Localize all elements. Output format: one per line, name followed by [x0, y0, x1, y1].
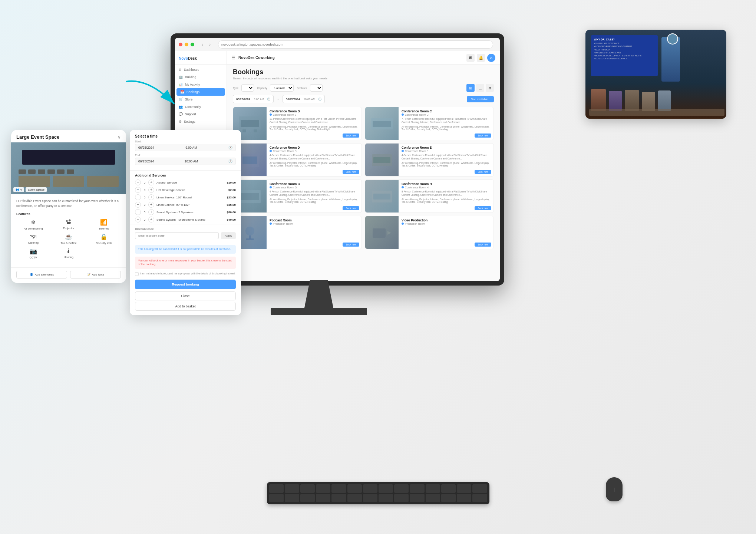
book-btn-conf-g[interactable]: Book now — [343, 206, 359, 210]
increment-sound2-btn[interactable]: + — [148, 209, 154, 215]
add-note-label: Add Note — [92, 273, 104, 276]
room-table — [87, 176, 119, 187]
decrement-mic-btn[interactable]: − — [135, 217, 141, 222]
key — [347, 494, 362, 502]
close-modal-btn[interactable]: Close — [135, 291, 236, 300]
find-available-btn[interactable]: Find available... — [467, 96, 494, 102]
book-btn-conf-h[interactable]: Book now — [475, 206, 491, 210]
book-btn-conf-d[interactable]: Book now — [343, 170, 359, 174]
room-card-podcast: Podcast Room Production Room Book now — [233, 216, 362, 249]
discount-label: Discount code — [135, 227, 236, 231]
room-name-conf-d: Conference Room D — [270, 146, 359, 149]
room-features-conf-g: Air conditioning, Projector, Internet, C… — [270, 198, 359, 203]
key — [379, 484, 393, 493]
type-select[interactable] — [241, 84, 254, 92]
forward-btn[interactable]: › — [207, 42, 213, 47]
book-btn-video[interactable]: Book now — [475, 243, 491, 247]
user-avatar[interactable]: A — [487, 54, 495, 62]
feature-heating-label: Heating — [64, 256, 73, 259]
grid-toggle-btn[interactable]: ⊞ — [466, 84, 475, 92]
audience-person-4 — [642, 92, 655, 111]
page-title: Bookings — [233, 68, 494, 76]
proposal-checkbox[interactable] — [135, 272, 139, 276]
book-btn-conf-c[interactable]: Book now — [475, 134, 491, 138]
add-attendee-btn[interactable]: 👤 Add attendees — [16, 271, 67, 278]
key — [363, 484, 377, 493]
book-btn-conf-e[interactable]: Book now — [475, 170, 491, 174]
back-btn[interactable]: ‹ — [199, 42, 205, 47]
browser-url-bar[interactable]: novodesk.arlington.spaces.novodesk.com — [218, 40, 493, 49]
decrement-beverage-btn[interactable]: − — [135, 187, 141, 193]
traffic-light-red[interactable] — [179, 43, 182, 46]
service-row-mic: − 0 + Sound System - Microphone & Stand … — [135, 217, 236, 222]
room-type-conf-h: Conference Room H — [402, 186, 491, 189]
capacity-select[interactable]: 1 or more — [270, 84, 294, 92]
service-counter-mic: − 0 + — [135, 217, 154, 222]
key — [285, 484, 299, 493]
sidebar-item-dashboard[interactable]: ⊞ Dashboard — [175, 66, 227, 73]
svg-rect-5 — [373, 121, 391, 127]
increment-mic-btn[interactable]: + — [148, 217, 154, 222]
apply-discount-btn[interactable]: Apply — [221, 232, 236, 239]
room-table — [53, 176, 85, 187]
room-features-conf-h: Air conditioning, Projector, Internet, C… — [402, 198, 491, 203]
screen-bullet-5: • BUSINESS DEVELOPMENT EXPERT 20+ YEARS — [594, 54, 655, 57]
increment-beverage-btn[interactable]: + — [148, 187, 154, 193]
mic-price: $40.00 — [227, 218, 236, 221]
decrement-sound2-btn[interactable]: − — [135, 209, 141, 215]
room-name-conf-g: Conference Room G — [270, 182, 359, 186]
increment-linen120-btn[interactable]: + — [148, 194, 154, 200]
bell-btn[interactable]: 🔔 — [477, 54, 485, 62]
audience-table — [589, 109, 724, 116]
main-content: ☰ NovoDes Coworking ⊞ 🔔 A Bookings Searc… — [227, 51, 500, 281]
end-clock-icon: 🕐 — [318, 98, 321, 101]
linen120-price: $23.00 — [227, 196, 236, 199]
increment-alcohol-btn[interactable]: + — [148, 179, 154, 185]
end-date-input[interactable]: 06/25/2024 10:00 AM 🕐 — [283, 95, 325, 103]
room-info-conf-d: Conference Room D Conference Room D 4-Pe… — [267, 144, 362, 176]
room-desc-conf-c: 7-Person Conference Room full equipped w… — [402, 117, 491, 124]
linen120-quantity: 0 — [142, 196, 147, 199]
room-type-conf-e: Conference Room E — [402, 150, 491, 152]
grid-view-btn[interactable]: ⊞ — [466, 54, 475, 62]
service-row-sound2: − 0 + Sound System - 2 Speakers $80.00 — [135, 209, 236, 215]
warning-box: This booking will be cancelled if it is … — [135, 245, 236, 254]
add-to-basket-btn[interactable]: Add to basket — [135, 302, 236, 311]
start-date-input[interactable]: 06/25/2024 9:00 AM 🕐 — [233, 95, 274, 103]
panel-chevron-icon: ∨ — [118, 135, 121, 140]
increment-linen90-btn[interactable]: + — [148, 202, 154, 208]
list-toggle-btn[interactable]: ☰ — [476, 84, 484, 92]
projector-icon: 📽 — [66, 219, 72, 225]
type-label: Type — [233, 87, 238, 89]
feature-air-conditioning-label: Air conditioning — [24, 227, 43, 230]
decrement-linen120-btn[interactable]: − — [135, 194, 141, 200]
date-bar: 06/25/2024 9:00 AM 🕐 → 06/25/2024 10:00 … — [233, 95, 494, 103]
end-datetime-value[interactable]: 06/25/2024 10:00 AM 🕐 — [135, 158, 236, 165]
decrement-alcohol-btn[interactable]: − — [135, 179, 141, 185]
panel-type-badge: 👥 4 Event Space — [13, 187, 47, 192]
svg-rect-17 — [373, 228, 386, 238]
filter-btn[interactable]: ⚙ — [486, 84, 494, 92]
service-row-beverage: − 0 + Hot Beverage Service $2.00 — [135, 187, 236, 193]
request-booking-btn[interactable]: Request booking — [135, 280, 236, 289]
keyboard — [267, 482, 489, 504]
menu-icon[interactable]: ☰ — [231, 55, 235, 60]
book-btn-conf-b[interactable]: Book now — [343, 134, 359, 138]
discount-row: Apply — [135, 232, 236, 239]
tea-coffee-icon: ☕ — [65, 233, 72, 240]
room-name-conf-c: Conference Room C — [402, 109, 491, 113]
features-select[interactable] — [310, 84, 323, 92]
feature-heating: 🌡 Heating — [52, 248, 85, 259]
book-btn-podcast[interactable]: Book now — [343, 243, 359, 247]
room-info-conf-g: Conference Room G Conference Room G 4-Pe… — [267, 180, 362, 212]
room-type-conf-d: Conference Room D — [270, 150, 359, 152]
key — [394, 484, 409, 493]
decrement-linen90-btn[interactable]: − — [135, 202, 141, 208]
start-datetime-value[interactable]: 06/25/2024 9:00 AM 🕐 — [135, 144, 236, 151]
conference-scene: WHY DR. CASS? • $10 MILLION CONTRACT • L… — [585, 30, 726, 119]
add-note-btn[interactable]: 📝 Add Note — [70, 271, 121, 278]
room-type-podcast: Production Room — [270, 222, 359, 225]
traffic-light-yellow[interactable] — [185, 43, 188, 46]
discount-input[interactable] — [135, 232, 219, 239]
traffic-light-green[interactable] — [191, 43, 194, 46]
